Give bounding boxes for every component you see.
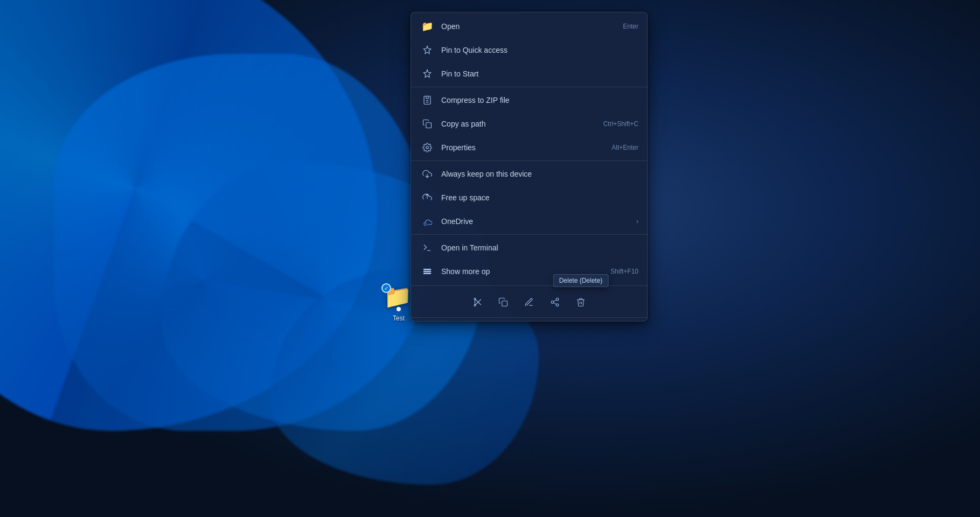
svg-point-19 (556, 304, 559, 306)
context-menu-item-copy-path[interactable]: Copy as path Ctrl+Shift+C (411, 112, 647, 136)
pin-quick-icon (420, 43, 435, 58)
onedrive-chevron: › (636, 218, 638, 225)
folder-checkmark: ✓ (381, 283, 391, 293)
pin-start-svg (422, 69, 432, 79)
compress-icon (420, 93, 435, 108)
context-menu-item-show-more[interactable]: Show more op Shift+F10 (411, 260, 647, 283)
context-menu-toolbar: Delete (Delete) (411, 288, 647, 318)
compress-svg (422, 95, 432, 105)
context-menu-item-free-up[interactable]: Free up space (411, 186, 647, 209)
toolbar-delete-button[interactable]: Delete (Delete) (568, 291, 594, 313)
open-icon: 📁 (420, 19, 435, 34)
context-menu-item-always-keep[interactable]: Always keep on this device (411, 162, 647, 186)
terminal-svg (422, 243, 432, 253)
toolbar-rename-button[interactable] (516, 291, 542, 313)
svg-rect-16 (502, 301, 508, 306)
copy-path-icon (420, 116, 435, 131)
properties-svg (422, 143, 432, 152)
always-keep-svg (422, 169, 432, 179)
svg-rect-3 (426, 123, 432, 128)
toolbar-copy-button[interactable] (490, 291, 516, 313)
svg-line-20 (553, 303, 556, 304)
svg-point-4 (426, 146, 429, 149)
onedrive-label: OneDrive (441, 217, 632, 226)
context-menu-item-open[interactable]: 📁 Open Enter (411, 15, 647, 38)
context-menu-item-terminal[interactable]: Open in Terminal (411, 236, 647, 260)
copy-path-svg (422, 119, 432, 129)
onedrive-svg (422, 216, 432, 226)
onedrive-icon (420, 214, 435, 229)
svg-point-18 (551, 301, 554, 304)
pin-start-icon (420, 66, 435, 81)
toolbar-cut-button[interactable] (464, 291, 490, 313)
compress-label: Compress to ZIP file (441, 96, 638, 104)
context-menu-item-compress[interactable]: Compress to ZIP file (411, 88, 647, 112)
pin-quick-label: Pin to Quick access (441, 46, 638, 54)
folder-icon-wrapper: 📁 ✓ (384, 285, 414, 311)
show-more-label: Show more op (441, 267, 602, 276)
separator-1 (411, 87, 647, 87)
copy-path-label: Copy as path (441, 120, 595, 128)
always-keep-icon (420, 166, 435, 181)
context-menu: 📁 Open Enter Pin to Quick access Pin to … (411, 12, 648, 322)
free-up-icon (420, 190, 435, 205)
svg-rect-10 (423, 273, 431, 274)
properties-shortcut: Alt+Enter (611, 144, 638, 151)
svg-rect-8 (423, 269, 431, 270)
svg-rect-9 (423, 271, 431, 272)
trash-icon (576, 297, 586, 307)
svg-point-17 (556, 298, 559, 301)
pin-start-label: Pin to Start (441, 69, 638, 78)
free-up-label: Free up space (441, 193, 638, 202)
show-more-svg (422, 267, 432, 276)
separator-toolbar (411, 285, 647, 286)
svg-rect-0 (424, 96, 430, 104)
share-icon (550, 297, 560, 307)
cut-icon (472, 297, 482, 307)
svg-line-21 (553, 300, 556, 302)
folder-sync-dot (397, 307, 401, 311)
context-menu-item-onedrive[interactable]: OneDrive › (411, 209, 647, 235)
properties-label: Properties (441, 143, 603, 152)
toolbar-share-button[interactable] (542, 291, 568, 313)
terminal-icon (420, 240, 435, 255)
rename-icon (524, 297, 534, 307)
context-menu-item-pin-quick[interactable]: Pin to Quick access (411, 38, 647, 62)
pin-quick-svg (422, 45, 432, 55)
always-keep-label: Always keep on this device (441, 170, 638, 178)
properties-icon (420, 140, 435, 155)
show-more-shortcut: Shift+F10 (610, 268, 638, 275)
context-menu-item-properties[interactable]: Properties Alt+Enter (411, 136, 647, 161)
terminal-label: Open in Terminal (441, 243, 638, 252)
open-label: Open (441, 22, 614, 31)
copy-path-shortcut: Ctrl+Shift+C (603, 120, 638, 128)
context-menu-item-pin-start[interactable]: Pin to Start (411, 62, 647, 86)
copy-icon (498, 297, 508, 307)
folder-label: Test (393, 315, 405, 322)
free-up-svg (422, 193, 432, 202)
show-more-icon (420, 264, 435, 279)
open-shortcut: Enter (623, 23, 638, 30)
